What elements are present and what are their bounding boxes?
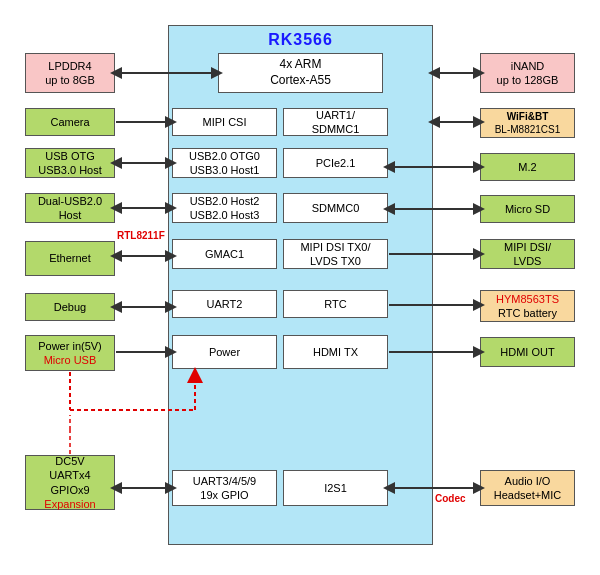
hdmitx-label: HDMI TX (313, 345, 358, 359)
rtl-label: RTL8211F (117, 230, 165, 241)
m2-label: M.2 (518, 160, 536, 174)
usbotg-label: USB OTGUSB3.0 Host (38, 149, 102, 178)
usb2host-label: USB2.0 Host2USB2.0 Host3 (190, 194, 260, 223)
dualusb-box: Dual-USB2.0Host (25, 193, 115, 223)
rtcbattery-label: HYM8563TSRTC battery (496, 292, 559, 321)
power-label: Power (209, 345, 240, 359)
debug-label: Debug (54, 300, 86, 314)
gmac1-label: GMAC1 (205, 247, 244, 261)
rtc-label: RTC (324, 297, 346, 311)
rk3566-block (168, 25, 433, 545)
usb2otg-label: USB2.0 OTG0USB3.0 Host1 (189, 149, 260, 178)
mipicsi-label: MIPI CSI (202, 115, 246, 129)
pcie21-label: PCIe2.1 (316, 156, 356, 170)
usb2otg-block: USB2.0 OTG0USB3.0 Host1 (172, 148, 277, 178)
wifibt-box: WiFi&BTBL-M8821CS1 (480, 108, 575, 138)
powerin-box: Power in(5V)Micro USB (25, 335, 115, 371)
sdmmc0-label: SDMMC0 (312, 201, 360, 215)
mipidsitx-block: MIPI DSI TX0/LVDS TX0 (283, 239, 388, 269)
block-diagram: RK3566 4x ARMCortex-A55 LPDDR4up to 8GB … (20, 15, 580, 560)
arm-label: 4x ARMCortex-A55 (270, 57, 331, 88)
i2s1-block: I2S1 (283, 470, 388, 506)
uart3-block: UART3/4/5/919x GPIO (172, 470, 277, 506)
m2-box: M.2 (480, 153, 575, 181)
audio-box: Audio I/OHeadset+MIC (480, 470, 575, 506)
mipidsitx-label: MIPI DSI TX0/LVDS TX0 (300, 240, 370, 269)
hdmiout-box: HDMI OUT (480, 337, 575, 367)
inand-box: iNANDup to 128GB (480, 53, 575, 93)
mipidsi-box: MIPI DSI/LVDS (480, 239, 575, 269)
hdmiout-label: HDMI OUT (500, 345, 554, 359)
dc5v-box: DC5VUARTx4GPIOx9Expansion (25, 455, 115, 510)
codec-label: Codec (435, 493, 466, 504)
i2s1-label: I2S1 (324, 481, 347, 495)
lpddr4-label: LPDDR4up to 8GB (45, 59, 95, 88)
gmac1-block: GMAC1 (172, 239, 277, 269)
lpddr4-box: LPDDR4up to 8GB (25, 53, 115, 93)
rtc-block: RTC (283, 290, 388, 318)
audio-label: Audio I/OHeadset+MIC (494, 474, 562, 503)
pcie21-block: PCIe2.1 (283, 148, 388, 178)
microsd-box: Micro SD (480, 195, 575, 223)
uart2-block: UART2 (172, 290, 277, 318)
ethernet-label: Ethernet (49, 251, 91, 265)
hdmitx-block: HDMI TX (283, 335, 388, 369)
usbotg-box: USB OTGUSB3.0 Host (25, 148, 115, 178)
microsd-label: Micro SD (505, 202, 550, 216)
rtcbattery-box: HYM8563TSRTC battery (480, 290, 575, 322)
uart2-label: UART2 (207, 297, 243, 311)
uart3-label: UART3/4/5/919x GPIO (193, 474, 256, 503)
powerin-label: Power in(5V)Micro USB (38, 339, 102, 368)
dualusb-label: Dual-USB2.0Host (38, 194, 102, 223)
camera-box: Camera (25, 108, 115, 136)
dc5v-label: DC5VUARTx4GPIOx9Expansion (44, 454, 95, 511)
usb2host-block: USB2.0 Host2USB2.0 Host3 (172, 193, 277, 223)
camera-label: Camera (50, 115, 89, 129)
arm-block: 4x ARMCortex-A55 (218, 53, 383, 93)
ethernet-box: Ethernet (25, 241, 115, 276)
uart1sdmmc1-block: UART1/SDMMC1 (283, 108, 388, 136)
inand-label: iNANDup to 128GB (497, 59, 559, 88)
rk3566-title: RK3566 (168, 25, 433, 53)
mipicsi-block: MIPI CSI (172, 108, 277, 136)
uart1sdmmc1-label: UART1/SDMMC1 (312, 108, 360, 137)
power-block: Power (172, 335, 277, 369)
mipidsi-label: MIPI DSI/LVDS (504, 240, 551, 269)
sdmmc0-block: SDMMC0 (283, 193, 388, 223)
debug-box: Debug (25, 293, 115, 321)
wifibt-label: WiFi&BTBL-M8821CS1 (495, 110, 561, 136)
